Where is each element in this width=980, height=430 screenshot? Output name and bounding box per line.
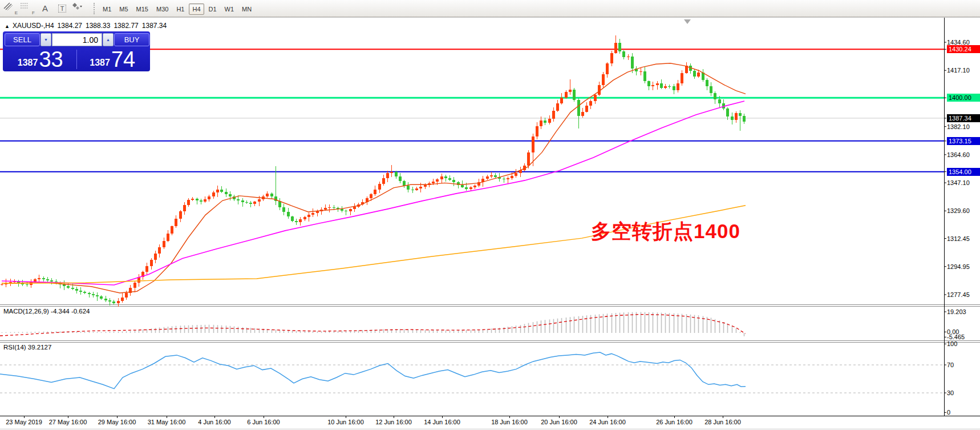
caret-up-icon: ▲	[106, 38, 110, 42]
mt4-terminal-window: { "toolbar": { "icons": [ {"name": "chan…	[0, 0, 980, 430]
time-axis-label: 6 Jun 16:00	[247, 419, 280, 425]
level-price-label: 1400.00	[947, 94, 980, 102]
price-tick-label: 1417.10	[947, 66, 980, 74]
caret-down-icon: ▼	[44, 38, 48, 42]
price-tick-label: 1364.60	[947, 151, 980, 159]
sell-button[interactable]: SELL	[5, 33, 40, 46]
sell-price[interactable]: 1387 33	[5, 49, 76, 70]
collapse-panel-icon[interactable]: ▲	[5, 23, 10, 29]
time-axis-label: 28 Jun 16:00	[704, 419, 741, 425]
macd-tick-label: 19.203	[947, 308, 980, 316]
buy-button[interactable]: BUY	[114, 33, 149, 46]
rsi-layer	[0, 352, 944, 393]
price-tick-label: 1329.60	[947, 207, 980, 215]
price-tick-label: 1347.10	[947, 179, 980, 187]
time-axis-label: 18 Jun 16:00	[491, 419, 528, 425]
time-axis-label: 31 May 16:00	[148, 419, 186, 425]
macd-label: MACD(12,26,9) -4.344 -0.624	[3, 308, 90, 315]
level-price-label: 1354.00	[947, 168, 980, 176]
price-tick-label: 1294.95	[947, 263, 980, 271]
time-axis-label: 4 Jun 16:00	[198, 419, 231, 425]
time-axis-label: 12 Jun 16:00	[375, 419, 412, 425]
rsi-label: RSI(14) 39.2127	[3, 344, 51, 351]
rsi-tick-label: 30	[947, 389, 980, 397]
one-click-trading-panel: SELL ▼ ▲ BUY 1387 33 1387 74	[3, 31, 150, 71]
volume-decrease-button[interactable]: ▼	[41, 33, 51, 46]
rsi-tick-label: 100	[947, 340, 980, 348]
sell-price-main: 1387	[18, 58, 38, 68]
time-axis-label: 29 May 16:00	[98, 419, 136, 425]
price-tick-label: 1312.45	[947, 235, 980, 243]
time-axis-label: 14 Jun 16:00	[424, 419, 460, 425]
current-price-label: 1387.34	[947, 114, 980, 122]
high-value: 1388.33	[86, 22, 110, 30]
volume-input[interactable]	[52, 33, 102, 46]
time-axis-label: 10 Jun 16:00	[327, 419, 364, 425]
time-axis-label: 27 May 16:00	[49, 419, 87, 425]
symbol-period-label: XAUUSD-,H4	[13, 22, 54, 30]
chart-shift-marker[interactable]	[684, 19, 691, 24]
buy-price-main: 1387	[90, 58, 110, 68]
price-tick-label: 1277.45	[947, 291, 980, 299]
time-axis-label: 20 Jun 16:00	[541, 419, 577, 425]
volume-increase-button[interactable]: ▲	[103, 33, 114, 46]
open-value: 1384.27	[58, 22, 82, 30]
level-price-label: 1373.15	[947, 137, 980, 145]
time-axis-label: 23 May 2019	[6, 419, 42, 425]
close-value: 1387.34	[142, 22, 167, 30]
time-axis-label: 24 Jun 16:00	[589, 419, 626, 425]
sell-price-pips: 33	[39, 49, 63, 70]
chart-annotation-text: 多空转折点1400	[591, 218, 740, 245]
rsi-tick-label: 70	[947, 361, 980, 369]
level-price-label: 1430.24	[947, 45, 980, 53]
buy-price[interactable]: 1387 74	[77, 49, 149, 70]
macd-layer	[0, 312, 746, 336]
candles-layer	[1, 35, 746, 307]
rsi-tick-label: 0	[947, 408, 980, 416]
price-tick-label: 1382.10	[947, 123, 980, 131]
medium-ma-line	[2, 101, 744, 285]
low-value: 1382.77	[114, 22, 138, 30]
buy-price-pips: 74	[111, 49, 135, 70]
time-axis-label: 26 Jun 16:00	[656, 419, 693, 425]
